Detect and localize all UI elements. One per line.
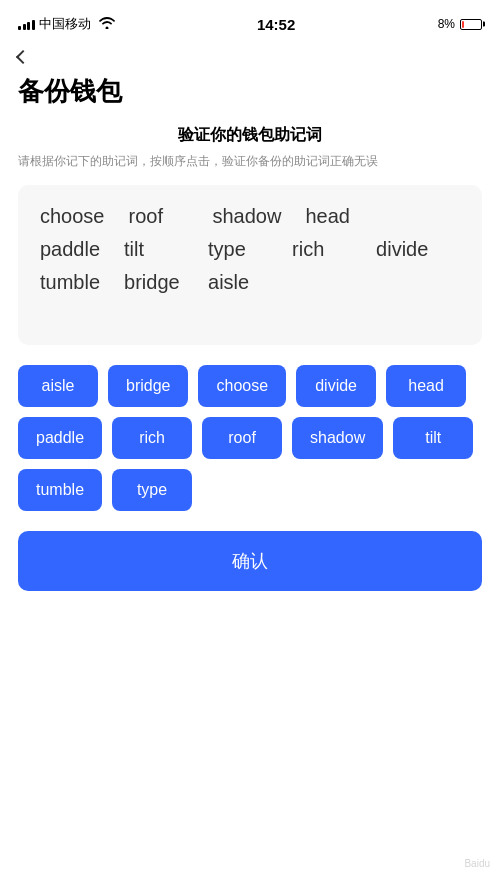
status-time: 14:52 (257, 16, 295, 33)
confirm-button[interactable]: 确认 (18, 531, 482, 591)
carrier-label: 中国移动 (39, 15, 91, 33)
word-tumble: tumble (40, 271, 100, 294)
word-display-card: choose roof shadow head paddle tilt type… (18, 185, 482, 345)
keyword-btn-rich[interactable]: rich (112, 417, 192, 459)
word-type: type (208, 238, 268, 261)
status-battery: 8% (438, 17, 482, 31)
keyword-btn-head[interactable]: head (386, 365, 466, 407)
keyword-btn-type[interactable]: type (112, 469, 192, 511)
signal-icon (18, 18, 35, 30)
word-row-1: choose roof shadow head (40, 205, 460, 228)
back-button[interactable] (0, 44, 500, 66)
keyword-btn-tumble[interactable]: tumble (18, 469, 102, 511)
battery-icon (460, 19, 482, 30)
word-choose: choose (40, 205, 105, 228)
keyword-btn-divide[interactable]: divide (296, 365, 376, 407)
word-row-3: tumble bridge aisle (40, 271, 460, 294)
section-description: 请根据你记下的助记词，按顺序点击，验证你备份的助记词正确无误 (0, 152, 500, 171)
section-heading: 验证你的钱包助记词 (0, 125, 500, 146)
keyword-btn-shadow[interactable]: shadow (292, 417, 383, 459)
wifi-icon (99, 17, 115, 32)
confirm-section: 确认 (0, 531, 500, 591)
keyword-btn-tilt[interactable]: tilt (393, 417, 473, 459)
word-aisle: aisle (208, 271, 268, 294)
status-bar: 中国移动 14:52 8% (0, 0, 500, 44)
page-title: 备份钱包 (0, 66, 500, 125)
status-carrier: 中国移动 (18, 15, 115, 33)
word-paddle: paddle (40, 238, 100, 261)
back-chevron-icon (16, 50, 30, 64)
word-rich: rich (292, 238, 352, 261)
watermark: Baidu (464, 858, 490, 869)
keyword-btn-paddle[interactable]: paddle (18, 417, 102, 459)
keyword-btn-aisle[interactable]: aisle (18, 365, 98, 407)
word-head: head (305, 205, 365, 228)
keyword-buttons: aisle bridge choose divide head paddle r… (0, 365, 500, 511)
word-roof: roof (129, 205, 189, 228)
word-row-2: paddle tilt type rich divide (40, 238, 460, 261)
keyword-btn-roof[interactable]: roof (202, 417, 282, 459)
keyword-btn-choose[interactable]: choose (198, 365, 286, 407)
keyword-btn-bridge[interactable]: bridge (108, 365, 188, 407)
battery-pct-label: 8% (438, 17, 455, 31)
word-shadow: shadow (213, 205, 282, 228)
word-tilt: tilt (124, 238, 184, 261)
word-divide: divide (376, 238, 436, 261)
word-bridge: bridge (124, 271, 184, 294)
